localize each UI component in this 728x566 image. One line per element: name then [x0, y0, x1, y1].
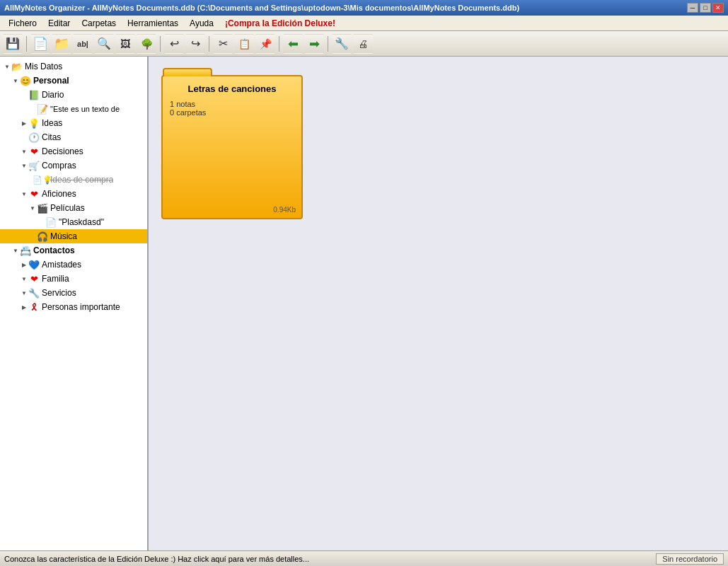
tree-item-amistades[interactable]: ▶ 💙 Amistades — [0, 258, 147, 272]
menu-carpetas[interactable]: Carpetas — [76, 17, 122, 30]
tree-item-ideas[interactable]: ▶ 💡 Ideas — [0, 116, 147, 130]
forward-button[interactable]: ➡ — [304, 34, 324, 54]
tree-item-compras[interactable]: ▼ 🛒 Compras — [0, 158, 147, 173]
tree-button[interactable]: 🌳 — [137, 34, 156, 54]
toolbar: 💾 📄 📁 ab| 🔍 🖼 🌳 ↩ ↪ ✂ 📋 📌 ⬅ ➡ 🔧 🖨 — [0, 31, 728, 57]
title-bar: AllMyNotes Organizer - AllMyNotes Docume… — [0, 0, 728, 16]
expand-arrow-mis-datos[interactable]: ▼ — [3, 62, 11, 71]
tree-label-musica: Música — [50, 231, 77, 241]
print-button[interactable]: 🖨 — [353, 34, 373, 54]
cut-button[interactable]: ✂ — [213, 34, 233, 54]
tree-label-contactos: Contactos — [33, 246, 75, 255]
minimize-button[interactable]: ─ — [687, 3, 698, 13]
tree-label-plaskdasd: "Plaskdasd" — [59, 217, 104, 227]
tree-item-plaskdasd[interactable]: ▶ 📄 "Plaskdasd" — [0, 215, 147, 229]
status-bar: Conozca las característica de la Edición… — [0, 550, 728, 566]
folder-card[interactable]: Letras de canciones 1 notas 0 carpetas 0… — [161, 75, 303, 219]
tree-label-aficiones: Aficiones — [42, 189, 76, 199]
icon-compras: 🛒 — [28, 160, 40, 171]
expand-arrow-ideas[interactable]: ▶ — [20, 119, 28, 127]
tree-item-personas[interactable]: ▶ 🎗 Personas importante — [0, 300, 147, 314]
tree-label-este-es: "Este es un texto de — [50, 105, 120, 113]
expand-arrow-compras[interactable]: ▼ — [20, 161, 28, 170]
tools-button[interactable]: 🔧 — [332, 34, 352, 54]
tree-item-este-es[interactable]: ▶ 📝 "Este es un texto de — [0, 102, 147, 116]
copy-button[interactable]: 📋 — [234, 34, 254, 54]
tree-panel: ▼ 📂 Mis Datos ▼ 😊 Personal ▶ 📗 Diario ▶ … — [0, 57, 149, 550]
redo-button[interactable]: ↪ — [185, 34, 205, 54]
icon-servicios: 🔧 — [28, 287, 40, 299]
tree-label-personal: Personal — [33, 76, 69, 86]
expand-arrow-familia[interactable]: ▼ — [20, 275, 28, 283]
expand-arrow-decisiones[interactable]: ▼ — [20, 147, 28, 156]
tree-item-peliculas[interactable]: ▼ 🎬 Películas — [0, 201, 147, 215]
tree-label-citas: Citas — [42, 132, 61, 142]
folder-card-notes: 1 notas — [170, 100, 294, 108]
icon-citas: 🕐 — [28, 132, 40, 143]
folder-card-title: Letras de canciones — [170, 83, 294, 94]
tree-label-ideas-compra: Ideas de compra — [50, 175, 113, 185]
expand-arrow-amistades[interactable]: ▶ — [20, 260, 28, 269]
menu-herramientas[interactable]: Herramientas — [122, 17, 184, 30]
folder-card-body: Letras de canciones 1 notas 0 carpetas — [163, 76, 301, 218]
icon-contactos: 📇 — [20, 245, 31, 256]
expand-arrow-contactos[interactable]: ▼ — [11, 246, 20, 255]
expand-arrow-peliculas[interactable]: ▼ — [28, 204, 37, 212]
icon-ideas: 💡 — [28, 117, 40, 129]
status-right: Sin recordatorio — [656, 553, 724, 565]
icon-aficiones: ❤ — [28, 188, 40, 200]
tree-label-compras: Compras — [42, 161, 76, 171]
menu-editar[interactable]: Editar — [42, 17, 76, 30]
tree-item-contactos[interactable]: ▼ 📇 Contactos — [0, 243, 147, 258]
icon-personal: 😊 — [20, 75, 31, 86]
toolbar-sep-4 — [279, 36, 279, 52]
title-bar-text: AllMyNotes Organizer - AllMyNotes Docume… — [4, 4, 519, 12]
expand-arrow-aficiones[interactable]: ▼ — [20, 190, 28, 198]
menu-ayuda[interactable]: Ayuda — [184, 17, 219, 30]
expand-arrow-personal[interactable]: ▼ — [11, 76, 20, 85]
find-button[interactable]: 🔍 — [94, 34, 114, 54]
save-button[interactable]: 💾 — [3, 34, 23, 54]
expand-arrow-servicios[interactable]: ▼ — [20, 289, 28, 297]
restore-button[interactable]: □ — [700, 3, 711, 13]
main-layout: ▼ 📂 Mis Datos ▼ 😊 Personal ▶ 📗 Diario ▶ … — [0, 57, 728, 550]
close-button[interactable]: ✕ — [712, 3, 724, 13]
icon-peliculas: 🎬 — [37, 202, 48, 214]
icon-diario: 📗 — [28, 89, 40, 100]
title-bar-controls: ─ □ ✕ — [687, 3, 724, 13]
tree-label-ideas: Ideas — [42, 118, 62, 128]
icon-decisiones: ❤ — [28, 146, 40, 157]
expand-arrow-personas[interactable]: ▶ — [20, 303, 28, 311]
image-button[interactable]: 🖼 — [115, 34, 135, 54]
tree-item-citas[interactable]: ▶ 🕐 Citas — [0, 130, 147, 144]
tree-item-servicios[interactable]: ▼ 🔧 Servicios — [0, 286, 147, 300]
back-button[interactable]: ⬅ — [283, 34, 303, 54]
tree-item-decisiones[interactable]: ▼ ❤ Decisiones — [0, 144, 147, 158]
menu-promo[interactable]: ¡Compra la Edición Deluxe! — [219, 17, 341, 30]
icon-amistades: 💙 — [28, 259, 40, 270]
tree-label-mis-datos: Mis Datos — [25, 62, 62, 71]
tree-label-familia: Familia — [42, 274, 69, 284]
new-note-button[interactable]: 📄 — [30, 34, 50, 54]
format-button[interactable]: ab| — [73, 34, 93, 54]
menu-fichero[interactable]: Fichero — [3, 17, 42, 30]
tree-item-familia[interactable]: ▼ ❤ Familia — [0, 272, 147, 286]
undo-button[interactable]: ↩ — [164, 34, 184, 54]
toolbar-sep-1 — [26, 36, 27, 52]
folder-icon-mis-datos: 📂 — [11, 61, 23, 72]
paste-button[interactable]: 📌 — [255, 34, 275, 54]
tree-item-ideas-compra[interactable]: ▶ 📄💡 Ideas de compra — [0, 173, 147, 187]
toolbar-sep-2 — [160, 36, 161, 52]
icon-musica: 🎧 — [37, 231, 48, 242]
new-folder-button[interactable]: 📁 — [52, 34, 71, 54]
tree-item-musica[interactable]: ▶ 🎧 Música — [0, 229, 147, 243]
tree-label-decisiones: Decisiones — [42, 146, 83, 156]
tree-item-aficiones[interactable]: ▼ ❤ Aficiones — [0, 187, 147, 201]
tree-item-diario[interactable]: ▶ 📗 Diario — [0, 88, 147, 102]
tree-label-peliculas: Películas — [50, 203, 85, 213]
tree-item-mis-datos[interactable]: ▼ 📂 Mis Datos — [0, 59, 147, 74]
icon-plaskdasd: 📄 — [45, 216, 57, 228]
tree-item-personal[interactable]: ▼ 😊 Personal — [0, 74, 147, 88]
status-text[interactable]: Conozca las característica de la Edición… — [4, 555, 309, 563]
content-panel: Letras de canciones 1 notas 0 carpetas 0… — [149, 57, 728, 550]
